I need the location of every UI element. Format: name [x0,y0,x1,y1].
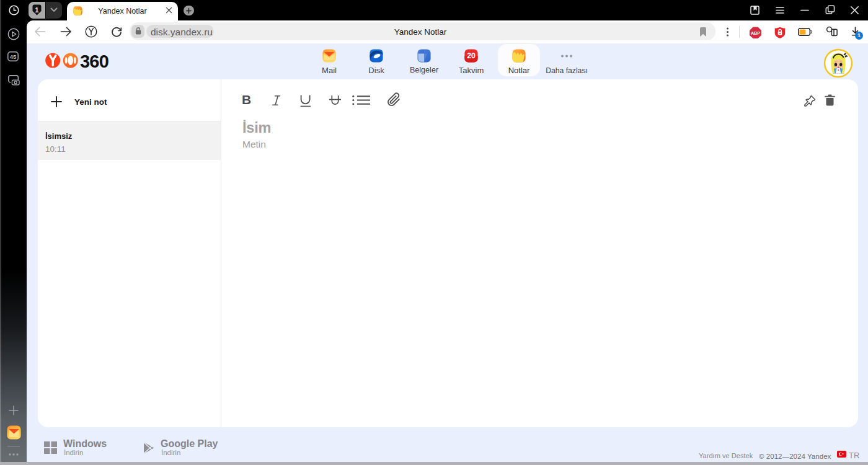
svg-text:45: 45 [10,53,17,60]
svg-text:ABP: ABP [751,30,760,36]
svg-text:20: 20 [467,51,476,60]
svg-text:1: 1 [35,6,39,14]
